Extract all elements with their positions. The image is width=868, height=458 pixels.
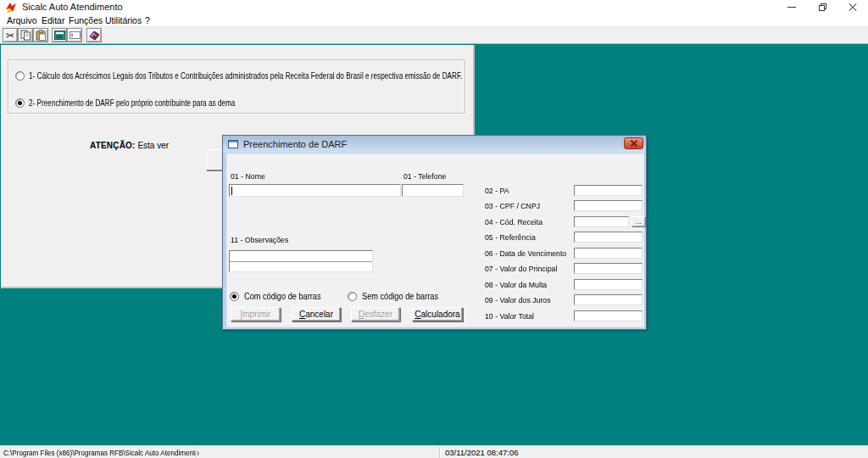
status-path: C:\Program Files (x86)\Programas RFB\Sic…	[3, 448, 199, 457]
radio-com-codigo-barras[interactable]	[230, 292, 239, 301]
restore-icon	[819, 3, 826, 11]
multa-label: 08 - Valor da Multa	[485, 280, 570, 289]
menu-arquivo[interactable]: Arquivo	[7, 15, 37, 25]
dialog-title: Preenchimento de DARF	[243, 139, 347, 149]
pa-label: 02 - PA	[485, 186, 570, 195]
referencia-input[interactable]	[574, 232, 643, 243]
multa-input[interactable]	[574, 279, 643, 290]
total-label: 10 - Valor Total	[485, 311, 570, 321]
text-caret	[231, 187, 232, 195]
status-bar: C:\Program Files (x86)\Programas RFB\Sic…	[0, 445, 868, 458]
close-button[interactable]	[837, 0, 868, 14]
referencia-label: 05 - Referência	[485, 232, 570, 242]
mdi-client-area: 1- Cálculo dos Acréscimos Legais dos Tri…	[0, 44, 868, 445]
status-divider	[196, 447, 197, 458]
radio-sem-codigo-barras[interactable]	[348, 292, 357, 301]
cod-receita-label: 04 - Cód. Receita	[485, 217, 570, 226]
dialog-client-area: 01 - Nome 01 - Telefone 11 - Observações…	[226, 154, 644, 327]
calculadora-button[interactable]: Calculadora	[412, 307, 463, 321]
dialog-close-button[interactable]	[624, 137, 643, 149]
option-groupbox: 1- Cálculo dos Acréscimos Legais dos Tri…	[8, 59, 465, 114]
cpf-cnpj-label: 03 - CPF / CNPJ	[485, 201, 570, 210]
cpf-cnpj-input[interactable]	[574, 200, 643, 211]
cod-receita-browse-button[interactable]: ...	[632, 216, 646, 227]
option-row-1[interactable]: 1- Cálculo dos Acréscimos Legais dos Tri…	[15, 70, 465, 81]
help-book-icon	[89, 30, 100, 41]
menu-funcoes[interactable]: Funções	[69, 15, 103, 25]
window-title: Sicalc Auto Atendimento	[22, 2, 123, 12]
cancelar-button[interactable]: Cancelar	[292, 307, 341, 321]
nome-input[interactable]	[229, 184, 401, 197]
vencimento-label: 06 - Data de Vencimento	[485, 249, 570, 258]
toolbar: ✂	[0, 26, 868, 44]
observacoes-label: 11 - Observações	[231, 235, 288, 244]
telefone-label: 01 - Telefone	[403, 171, 446, 181]
option-2-label: 2- Preenchimento de DARF pelo próprio co…	[29, 98, 235, 108]
principal-input[interactable]	[574, 263, 643, 274]
sem-codigo-label: Sem código de barras	[362, 292, 438, 301]
close-icon	[849, 3, 857, 12]
minimize-button[interactable]	[776, 0, 807, 14]
com-codigo-label: Com código de barras	[244, 292, 321, 301]
dialog-form-icon	[228, 140, 238, 148]
preenchimento-darf-dialog: Preenchimento de DARF 01 - Nome 01 - Tel…	[222, 135, 647, 330]
paste-icon	[36, 30, 47, 41]
total-input[interactable]	[574, 310, 643, 321]
copy-icon	[20, 30, 31, 41]
copy-button[interactable]	[18, 28, 33, 42]
option-1-label: 1- Cálculo dos Acréscimos Legais dos Tri…	[29, 71, 462, 81]
telefone-input[interactable]	[402, 184, 464, 197]
nome-label: 01 - Nome	[231, 171, 265, 181]
minimize-icon	[787, 7, 796, 8]
radio-option-2[interactable]	[15, 98, 25, 108]
vencimento-input[interactable]	[574, 248, 643, 259]
menu-help[interactable]: ?	[145, 15, 150, 25]
pa-input[interactable]	[574, 185, 643, 196]
menu-editar[interactable]: Editar	[42, 15, 64, 25]
cod-receita-input[interactable]	[574, 216, 629, 227]
radio-option-1[interactable]	[15, 71, 25, 81]
menu-bar: Arquivo Editar Funções Utilitários ?	[0, 14, 868, 26]
calculator-icon	[54, 30, 65, 41]
attention-label: ATENÇÃO:	[90, 141, 136, 150]
dialog-close-icon	[631, 140, 637, 147]
app-window: Sicalc Auto Atendimento Arquivo Editar F…	[0, 0, 868, 458]
help-button[interactable]	[86, 28, 102, 42]
app-icon	[5, 2, 17, 14]
option-row-2[interactable]: 2- Preenchimento de DARF pelo próprio co…	[15, 98, 281, 108]
window-titlebar: Sicalc Auto Atendimento	[0, 0, 868, 14]
desfazer-button: Desfazer	[351, 307, 400, 321]
textbox-icon	[70, 30, 81, 41]
barcode-radio-row: Com código de barras Sem código de barra…	[230, 291, 465, 301]
menu-utilitarios[interactable]: Utilitários	[105, 15, 142, 25]
imprimir-button: Imprimir	[231, 307, 281, 321]
juros-input[interactable]	[574, 294, 643, 305]
observacoes-input[interactable]	[229, 250, 373, 272]
textbox-button[interactable]	[67, 28, 82, 42]
status-datetime: 03/11/2021 08:47:06	[445, 448, 518, 457]
status-divider	[439, 447, 440, 458]
dialog-titlebar[interactable]: Preenchimento de DARF	[223, 136, 646, 153]
paste-button[interactable]	[33, 28, 48, 42]
cut-button[interactable]: ✂	[3, 28, 18, 42]
attention-text: ATENÇÃO: Esta ver	[90, 141, 169, 150]
principal-label: 07 - Valor do Principal	[485, 264, 570, 273]
calculator-button[interactable]	[52, 28, 67, 42]
attention-message: Esta ver	[137, 141, 169, 150]
cut-icon: ✂	[6, 31, 14, 41]
restore-button[interactable]	[807, 0, 837, 14]
juros-label: 09 - Valor dos Juros	[485, 295, 570, 304]
